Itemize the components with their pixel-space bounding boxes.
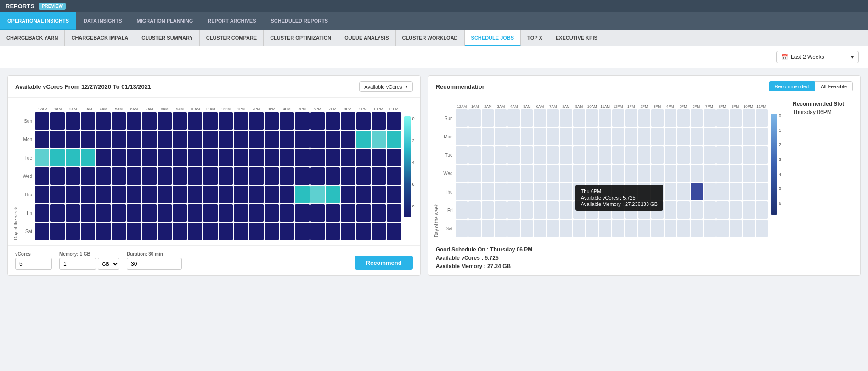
- heatmap-cell[interactable]: [495, 220, 507, 237]
- heatmap-cell[interactable]: [638, 165, 650, 182]
- heatmap-cell[interactable]: [127, 223, 141, 240]
- heatmap-cell[interactable]: [249, 149, 263, 166]
- heatmap-cell[interactable]: [730, 146, 742, 164]
- heatmap-cell[interactable]: [456, 128, 468, 145]
- heatmap-cell[interactable]: [691, 109, 703, 127]
- heatmap-cell[interactable]: [173, 223, 187, 240]
- heatmap-cell[interactable]: [280, 131, 294, 148]
- heatmap-cell[interactable]: [295, 131, 309, 148]
- heatmap-cell[interactable]: [612, 201, 624, 219]
- heatmap-cell[interactable]: [356, 204, 371, 222]
- heatmap-cell[interactable]: [495, 165, 507, 182]
- heatmap-cell[interactable]: [665, 128, 676, 145]
- heatmap-cell[interactable]: [280, 167, 294, 185]
- heatmap-cell[interactable]: [50, 186, 64, 203]
- heatmap-cell[interactable]: [495, 128, 507, 145]
- heatmap-cell[interactable]: [142, 223, 156, 240]
- heatmap-cell[interactable]: [691, 165, 703, 182]
- heatmap-cell[interactable]: [573, 128, 585, 145]
- heatmap-cell[interactable]: [586, 220, 598, 237]
- heatmap-cell[interactable]: [142, 112, 156, 130]
- heatmap-cell[interactable]: [743, 146, 755, 164]
- heatmap-cell[interactable]: [219, 186, 233, 203]
- heatmap-cell[interactable]: [495, 201, 507, 219]
- heatmap-cell[interactable]: [66, 167, 80, 185]
- heatmap-cell[interactable]: [341, 112, 355, 130]
- heatmap-cell[interactable]: [265, 112, 279, 130]
- heatmap-cell[interactable]: [704, 201, 716, 219]
- heatmap-cell[interactable]: [387, 167, 401, 185]
- heatmap-cell[interactable]: [372, 149, 386, 166]
- heatmap-cell[interactable]: [356, 223, 371, 240]
- heatmap-cell[interactable]: [127, 112, 141, 130]
- heatmap-cell[interactable]: [127, 204, 141, 222]
- heatmap-cell[interactable]: [665, 183, 676, 200]
- heatmap-cell[interactable]: [173, 186, 187, 203]
- heatmap-cell[interactable]: [547, 146, 559, 164]
- heatmap-cell[interactable]: [112, 149, 126, 166]
- heatmap-cell[interactable]: [295, 186, 309, 203]
- heatmap-cell[interactable]: [716, 109, 728, 127]
- heatmap-cell[interactable]: [599, 201, 611, 219]
- heatmap-cell[interactable]: [625, 146, 637, 164]
- heatmap-cell[interactable]: [756, 183, 768, 200]
- heatmap-cell[interactable]: [50, 167, 64, 185]
- heatmap-cell[interactable]: [234, 167, 248, 185]
- heatmap-cell[interactable]: [716, 146, 728, 164]
- heatmap-cell[interactable]: [743, 165, 755, 182]
- heatmap-cell[interactable]: [651, 146, 663, 164]
- heatmap-cell[interactable]: [372, 167, 386, 185]
- heatmap-cell[interactable]: [35, 186, 49, 203]
- heatmap-cell[interactable]: [625, 109, 637, 127]
- heatmap-cell[interactable]: [612, 109, 624, 127]
- heatmap-cell[interactable]: [495, 109, 507, 127]
- heatmap-cell[interactable]: [219, 167, 233, 185]
- heatmap-cell[interactable]: [560, 165, 572, 182]
- heatmap-cell[interactable]: [326, 186, 340, 203]
- heatmap-cell[interactable]: [127, 167, 141, 185]
- heatmap-cell[interactable]: [356, 149, 371, 166]
- heatmap-cell[interactable]: [310, 167, 325, 185]
- heatmap-cell[interactable]: [295, 223, 309, 240]
- heatmap-cell[interactable]: [203, 186, 217, 203]
- heatmap-cell[interactable]: [521, 128, 533, 145]
- heatmap-cell[interactable]: [560, 146, 572, 164]
- heatmap-cell[interactable]: [482, 183, 494, 200]
- heatmap-cell[interactable]: [66, 131, 80, 148]
- heatmap-cell[interactable]: [599, 165, 611, 182]
- heatmap-cell[interactable]: [81, 186, 95, 203]
- heatmap-cell[interactable]: [158, 112, 172, 130]
- heatmap-cell[interactable]: [387, 149, 401, 166]
- heatmap-cell[interactable]: [665, 220, 676, 237]
- heatmap-cell[interactable]: [573, 146, 585, 164]
- heatmap-cell[interactable]: [249, 223, 263, 240]
- heatmap-cell[interactable]: [507, 109, 519, 127]
- heatmap-cell[interactable]: [249, 167, 263, 185]
- heatmap-cell[interactable]: [507, 183, 519, 200]
- heatmap-cell[interactable]: [704, 165, 716, 182]
- heatmap-cell[interactable]: [651, 165, 663, 182]
- heatmap-cell[interactable]: [456, 183, 468, 200]
- duration-input[interactable]: [127, 258, 182, 270]
- heatmap-cell[interactable]: [96, 186, 110, 203]
- heatmap-cell[interactable]: [158, 167, 172, 185]
- heatmap-cell[interactable]: [547, 165, 559, 182]
- heatmap-cell[interactable]: [295, 167, 309, 185]
- heatmap-cell[interactable]: [704, 146, 716, 164]
- heatmap-cell[interactable]: [716, 220, 728, 237]
- heatmap-cell[interactable]: [638, 201, 650, 219]
- heatmap-cell[interactable]: [691, 183, 703, 200]
- heatmap-cell[interactable]: [341, 186, 355, 203]
- heatmap-cell[interactable]: [35, 223, 49, 240]
- heatmap-cell[interactable]: [612, 128, 624, 145]
- heatmap-cell[interactable]: [756, 146, 768, 164]
- heatmap-cell[interactable]: [573, 165, 585, 182]
- heatmap-cell[interactable]: [730, 220, 742, 237]
- heatmap-cell[interactable]: [756, 128, 768, 145]
- subnav-cluster-compare[interactable]: CLUSTER COMPARE: [200, 30, 264, 46]
- heatmap-cell[interactable]: [704, 109, 716, 127]
- heatmap-cell[interactable]: [280, 149, 294, 166]
- heatmap-cell[interactable]: [756, 220, 768, 237]
- heatmap-cell[interactable]: [81, 149, 95, 166]
- heatmap-cell[interactable]: [387, 131, 401, 148]
